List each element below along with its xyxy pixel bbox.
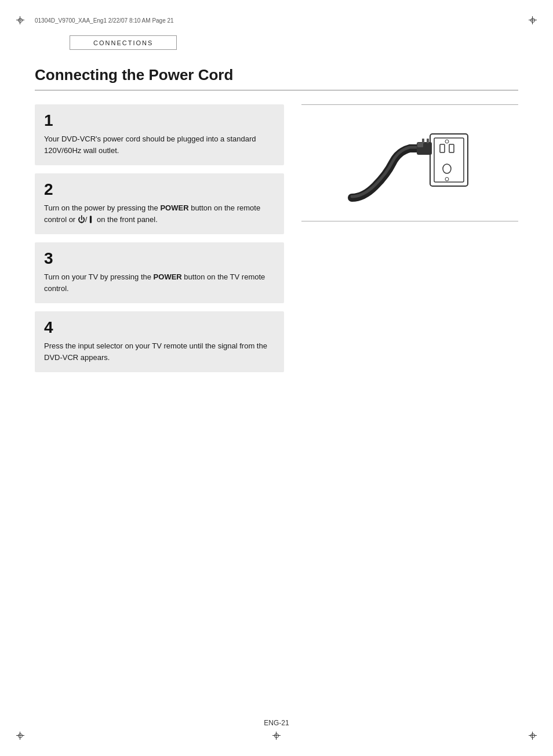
corner-mark-tl [16,16,24,24]
svg-rect-8 [422,139,424,143]
step-1-box: 1 Your DVD-VCR's power cord should be pl… [35,104,284,165]
svg-rect-10 [417,143,423,147]
step-2-text: Turn on the power by pressing the POWER … [44,202,275,225]
corner-mark-tr [529,16,537,24]
step-3-text: Turn on your TV by pressing the POWER bu… [44,271,275,294]
step-3-number: 3 [44,250,275,267]
step-1-text: Your DVD-VCR's power cord should be plug… [44,133,275,156]
steps-column: 1 Your DVD-VCR's power cord should be pl… [35,104,284,372]
corner-mark-br [529,732,537,740]
corner-mark-bl [16,732,24,740]
step-2-box: 2 Turn on the power by pressing the POWE… [35,173,284,234]
power-cord-illustration [346,117,474,209]
connections-label: Connections [93,39,153,46]
page-title: Connecting the Power Cord [35,66,518,90]
step-2-number: 2 [44,181,275,198]
page-footer: ENG-21 [0,719,553,727]
page-number: ENG-21 [264,719,289,727]
step-4-box: 4 Press the input selector on your TV re… [35,311,284,372]
print-header: 01304D_V9700_XAA_Eng1 2/22/07 8:10 AM Pa… [35,17,518,24]
step-4-text: Press the input selector on your TV remo… [44,340,275,363]
main-layout: 1 Your DVD-VCR's power cord should be pl… [35,104,518,372]
svg-rect-9 [427,139,429,143]
step-3-box: 3 Turn on your TV by pressing the POWER … [35,242,284,303]
step-1-number: 1 [44,112,275,129]
bottom-center-mark [272,732,281,740]
connections-header-box: Connections [70,35,177,50]
step-4-number: 4 [44,319,275,336]
illustration-column [301,104,518,221]
